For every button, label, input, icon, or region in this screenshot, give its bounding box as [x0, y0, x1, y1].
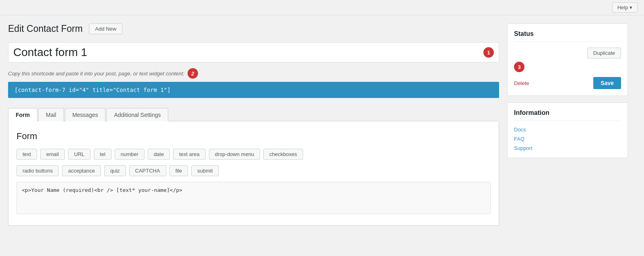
status-box: Status Duplicate 3 Delete Save — [507, 23, 628, 96]
duplicate-row: Duplicate — [514, 48, 621, 58]
tag-btn-number[interactable]: number — [115, 149, 144, 160]
top-bar: Help ▾ — [0, 0, 644, 15]
tag-btn-date[interactable]: date — [148, 149, 170, 160]
info-link-docs[interactable]: Docs — [514, 127, 621, 133]
duplicate-button[interactable]: Duplicate — [587, 48, 621, 58]
information-box-title: Information — [514, 109, 621, 121]
tabs-container: Form Mail Messages Additional Settings — [8, 108, 499, 121]
page-title: Edit Contact Form — [8, 23, 83, 34]
content-area: Edit Contact Form Add New 1 Copy this sh… — [8, 23, 499, 226]
tag-buttons-row-1: text email URL tel number date text area… — [17, 149, 491, 160]
sidebar: Status Duplicate 3 Delete Save Informati… — [507, 23, 628, 226]
help-button[interactable]: Help ▾ — [612, 2, 638, 12]
tag-btn-submit[interactable]: submit — [191, 165, 219, 176]
form-name-input[interactable] — [13, 46, 479, 59]
info-link-faq[interactable]: FAQ — [514, 136, 621, 142]
badge-row: 3 — [514, 62, 621, 72]
save-delete-row: Delete Save — [514, 77, 621, 89]
code-editor[interactable]: <p>Your Name (required)<br /> [text* you… — [17, 182, 491, 214]
tag-btn-email[interactable]: email — [40, 149, 65, 160]
shortcode-label-text: Copy this shortcode and paste it into yo… — [8, 71, 184, 77]
tag-btn-acceptance[interactable]: acceptance — [62, 165, 101, 176]
panel-title: Form — [17, 131, 491, 142]
tag-btn-url[interactable]: URL — [68, 149, 91, 160]
tab-mail[interactable]: Mail — [38, 108, 64, 121]
shortcode-box[interactable]: [contact-form-7 id="4" title="Contact fo… — [8, 82, 499, 98]
tag-btn-text[interactable]: text — [17, 149, 37, 160]
add-new-button[interactable]: Add New — [89, 23, 122, 34]
save-button[interactable]: Save — [593, 77, 621, 89]
tag-btn-tel[interactable]: tel — [94, 149, 111, 160]
form-name-container: 1 — [8, 42, 499, 62]
tab-additional-settings[interactable]: Additional Settings — [106, 108, 168, 121]
tab-messages[interactable]: Messages — [65, 108, 106, 121]
form-title-badge: 1 — [483, 47, 494, 58]
shortcode-label: Copy this shortcode and paste it into yo… — [8, 68, 499, 79]
shortcode-badge: 2 — [188, 68, 198, 79]
status-box-title: Status — [514, 30, 621, 42]
main-layout: Edit Contact Form Add New 1 Copy this sh… — [0, 15, 636, 226]
info-links: Docs FAQ Support — [514, 127, 621, 151]
tag-btn-checkboxes[interactable]: checkboxes — [263, 149, 303, 160]
info-link-support[interactable]: Support — [514, 145, 621, 151]
delete-link[interactable]: Delete — [514, 80, 529, 86]
tag-btn-file[interactable]: file — [169, 165, 188, 176]
tab-panel-form: Form text email URL tel number date text… — [8, 121, 499, 226]
page-title-row: Edit Contact Form Add New — [8, 23, 499, 34]
tag-buttons-row-2: radio buttons acceptance quiz CAPTCHA fi… — [17, 165, 491, 176]
information-box: Information Docs FAQ Support — [507, 102, 628, 158]
status-badge: 3 — [514, 62, 524, 72]
tag-btn-dropdown[interactable]: drop-down menu — [209, 149, 260, 160]
tag-btn-captcha[interactable]: CAPTCHA — [129, 165, 166, 176]
tab-form[interactable]: Form — [8, 108, 37, 121]
tag-btn-radio[interactable]: radio buttons — [17, 165, 59, 176]
tag-btn-textarea[interactable]: text area — [173, 149, 206, 160]
tag-btn-quiz[interactable]: quiz — [104, 165, 126, 176]
